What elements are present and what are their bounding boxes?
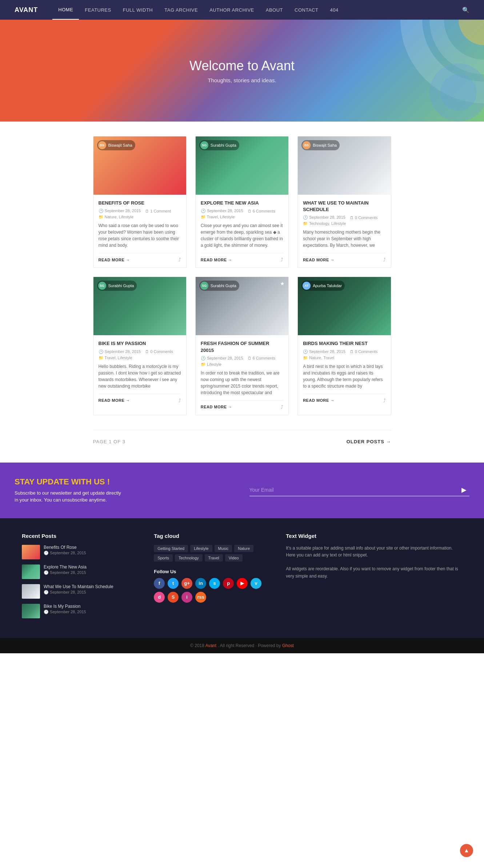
- share-icon[interactable]: ⤴: [383, 398, 386, 403]
- post-footer: READ MORE → ⤴: [201, 253, 283, 262]
- recent-post-thumbnail: [22, 564, 40, 579]
- rights-text: . All right Reserved · Powered by: [217, 643, 281, 648]
- tag-pill[interactable]: Lifestyle: [190, 545, 212, 552]
- post-date: 🕐 September 28, 2015: [99, 349, 141, 354]
- nav-fullwidth[interactable]: FULL WIDTH: [117, 0, 159, 20]
- hero-content: Welcome to Avant Thoughts, stories and i…: [189, 58, 295, 83]
- post-categories: 📁 Nature, Travel: [303, 356, 385, 360]
- recent-post-thumbnail: [22, 545, 40, 559]
- list-item: Explore The New Asia 🕐 September 28, 201…: [22, 564, 139, 579]
- post-body: EXPLORE THE NEW ASIA 🕐 September 28, 201…: [196, 195, 288, 267]
- tag-pill[interactable]: Travel: [205, 554, 223, 562]
- tag-cloud: Getting Started Lifestyle Music Nature S…: [154, 545, 271, 562]
- recent-post-title[interactable]: What We Use To Maintain Schedule: [44, 584, 139, 589]
- tag-pill[interactable]: Getting Started: [154, 545, 188, 552]
- nav-404[interactable]: 404: [324, 0, 344, 20]
- share-icon[interactable]: ⤴: [179, 398, 181, 403]
- youtube-icon[interactable]: ▶: [237, 578, 248, 589]
- newsletter-section: STAY UPDATE WITH US ! Subscribe to our n…: [0, 463, 484, 518]
- post-comments: 🗒 0 Comments: [350, 215, 377, 220]
- tag-pill[interactable]: Video: [225, 554, 243, 562]
- search-icon[interactable]: 🔍: [462, 7, 469, 13]
- newsletter-submit-button[interactable]: ▶: [459, 484, 469, 495]
- post-categories: 📁 Travel, Lifestyle: [99, 356, 181, 360]
- read-more-link[interactable]: READ MORE →: [303, 398, 335, 403]
- share-icon[interactable]: ⤴: [383, 257, 386, 262]
- post-date: 🕐 September 28, 2015: [303, 349, 345, 354]
- post-author: SG Surabhi Gupta: [199, 281, 239, 291]
- recent-post-title[interactable]: Explore The New Asia: [44, 564, 139, 570]
- post-card: AT Apurba Talukdar BIRDS MAKING THEIR NE…: [297, 277, 391, 415]
- author-name: Surabhi Gupta: [108, 284, 134, 288]
- author-avatar: AT: [303, 282, 311, 290]
- tag-pill[interactable]: Sports: [154, 554, 173, 562]
- read-more-link[interactable]: READ MORE →: [201, 405, 232, 409]
- tag-pill[interactable]: Technology: [175, 554, 203, 562]
- email-input[interactable]: [249, 484, 459, 496]
- rss-icon[interactable]: rss: [195, 592, 206, 603]
- post-title: BIRDS MAKING THEIR NEST: [303, 340, 385, 347]
- tag-pill[interactable]: Nature: [234, 545, 253, 552]
- linkedin-icon[interactable]: in: [195, 578, 206, 589]
- hero-decoration: [368, 20, 484, 122]
- main-content: BS Biswajit Saha BENEFITS OF ROSE 🕐 Sept…: [86, 122, 399, 463]
- google-plus-icon[interactable]: g+: [181, 578, 192, 589]
- post-body: BIRDS MAKING THEIR NEST 🕐 September 28, …: [298, 335, 391, 408]
- read-more-link[interactable]: READ MORE →: [99, 258, 130, 262]
- text-widget-body: It's a suitable place for adding small i…: [286, 545, 462, 580]
- powered-by-link[interactable]: Ghost: [282, 643, 294, 648]
- post-meta: 🕐 September 28, 2015 🗒 6 Comments: [201, 209, 283, 213]
- post-excerpt: A bird nest is the spot in which a bird …: [303, 363, 385, 389]
- recent-post-date: 🕐 September 28, 2015: [44, 590, 139, 595]
- nav-links: HOME FEATURES FULL WIDTH TAG ARCHIVE AUT…: [52, 0, 462, 20]
- author-avatar: SG: [98, 282, 106, 290]
- post-body: WHAT WE USE TO MAINTAIN SCHEDULE 🕐 Septe…: [298, 195, 391, 267]
- navbar: AVANT HOME FEATURES FULL WIDTH TAG ARCHI…: [0, 0, 484, 20]
- post-body: FRESH FASHION OF SUMMER 20015 🕐 Septembe…: [196, 335, 288, 415]
- svg-point-2: [459, 20, 484, 45]
- follow-us-title: Follow Us: [154, 569, 271, 574]
- post-footer: READ MORE → ⤴: [201, 400, 283, 410]
- recent-post-title[interactable]: Benefits Of Rose: [44, 545, 139, 550]
- recent-post-date: 🕐 September 28, 2015: [44, 610, 139, 614]
- pinterest-icon[interactable]: p: [223, 578, 234, 589]
- older-posts-link[interactable]: OLDER POSTS →: [347, 439, 391, 444]
- twitter-icon[interactable]: t: [168, 578, 179, 589]
- author-name: Apurba Talukdar: [313, 284, 342, 288]
- newsletter-subtext: Subscribe to our newsletter and get upda…: [15, 490, 124, 504]
- nav-contact[interactable]: CONTACT: [289, 0, 324, 20]
- post-comments: 🗒 6 Comments: [248, 356, 275, 360]
- author-avatar: BS: [98, 141, 106, 149]
- facebook-icon[interactable]: f: [154, 578, 165, 589]
- nav-authorarchive[interactable]: AUTHOR ARCHIVE: [204, 0, 260, 20]
- recent-post-title[interactable]: Bike Is My Passion: [44, 604, 139, 609]
- share-icon[interactable]: ⤴: [281, 404, 283, 410]
- tag-pill[interactable]: Music: [215, 545, 232, 552]
- dribbble-icon[interactable]: d: [154, 592, 165, 603]
- post-title: EXPLORE THE NEW ASIA: [201, 200, 283, 206]
- read-more-link[interactable]: READ MORE →: [99, 398, 130, 403]
- site-logo[interactable]: AVANT: [15, 6, 38, 14]
- share-icon[interactable]: ⤴: [179, 257, 181, 262]
- read-more-link[interactable]: READ MORE →: [303, 258, 335, 262]
- skype-icon[interactable]: s: [209, 578, 220, 589]
- post-author: SG Surabhi Gupta: [199, 140, 239, 150]
- instagram-icon[interactable]: i: [181, 592, 192, 603]
- post-excerpt: Many homeschooling mothers begin the sch…: [303, 229, 385, 249]
- post-excerpt: Hello bubblers. Riding a motorcycle is m…: [99, 363, 181, 389]
- post-excerpt: In order not to break the tradition, we …: [201, 370, 283, 396]
- nav-home[interactable]: HOME: [52, 0, 79, 20]
- nav-features[interactable]: FEATURES: [79, 0, 117, 20]
- post-comments: 🗒 6 Comments: [248, 209, 275, 213]
- stumbleupon-icon[interactable]: S: [168, 592, 179, 603]
- vimeo-icon[interactable]: v: [251, 578, 261, 589]
- site-link[interactable]: Avant: [205, 643, 216, 648]
- nav-about[interactable]: ABOUT: [260, 0, 289, 20]
- nav-tagarchive[interactable]: TAG ARCHIVE: [159, 0, 204, 20]
- share-icon[interactable]: ⤴: [281, 257, 283, 262]
- post-footer: READ MORE → ⤴: [303, 394, 385, 403]
- footer-widgets: Recent Posts Benefits Of Rose 🕐 Septembe…: [0, 518, 484, 638]
- read-more-link[interactable]: READ MORE →: [201, 258, 232, 262]
- author-avatar: BS: [303, 141, 311, 149]
- author-name: Biswajit Saha: [108, 143, 132, 147]
